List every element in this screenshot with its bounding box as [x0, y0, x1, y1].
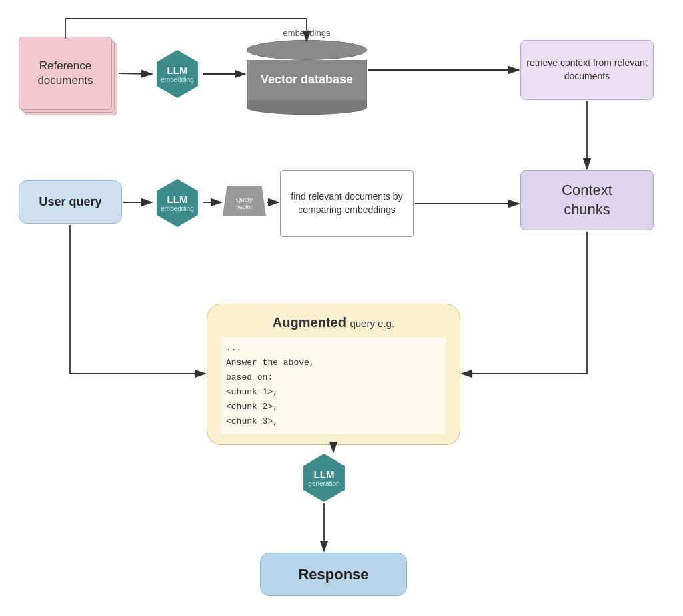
response-label: Response [298, 566, 368, 583]
aug-query-title: Augmented query e.g. [221, 315, 446, 330]
retrieve-context-box: retrieve context from relevant documents [520, 40, 654, 100]
llm-gen-main: LLM [314, 469, 335, 479]
llm-embedding-bot: LLM embedding [153, 179, 201, 227]
query-vec-label2: vector [236, 204, 253, 211]
svg-line-2 [119, 73, 152, 74]
llm-top-sub: embedding [161, 77, 193, 83]
query-vector: Query vector [223, 186, 266, 216]
user-query-label: User query [39, 195, 101, 209]
llm-bot-main: LLM [167, 194, 188, 204]
ref-docs-label: Reference [39, 59, 91, 73]
llm-top-main: LLM [167, 65, 188, 75]
retrieve-ctx-label: retrieve context from relevant documents [526, 57, 648, 83]
llm-embedding-top: LLM embedding [153, 50, 201, 98]
response-box: Response [260, 553, 407, 596]
context-chunks-box: Context chunks [520, 170, 654, 230]
aug-query-code: ... Answer the above, based on: <chunk 1… [221, 337, 446, 434]
context-chunks-label1: Context [562, 181, 612, 200]
llm-bot-sub: embedding [161, 206, 193, 212]
ref-docs-label2: documents [37, 73, 93, 88]
find-relevant-box: find relevant documents by comparing emb… [280, 170, 414, 237]
vector-database: Vector database [247, 40, 367, 115]
rag-diagram: Reference documents User query LLM embed… [0, 0, 683, 616]
llm-gen-sub: generation [308, 481, 339, 487]
user-query-box: User query [19, 180, 122, 224]
embeddings-label: embeddings [247, 28, 367, 38]
augmented-query-box: Augmented query e.g. ... Answer the abov… [207, 304, 460, 445]
context-chunks-label2: chunks [562, 200, 612, 220]
find-relevant-label: find relevant documents by comparing emb… [286, 190, 408, 216]
query-vec-label1: Query [236, 196, 253, 204]
llm-generation: LLM generation [300, 454, 348, 502]
vdb-label: Vector database [261, 73, 353, 87]
